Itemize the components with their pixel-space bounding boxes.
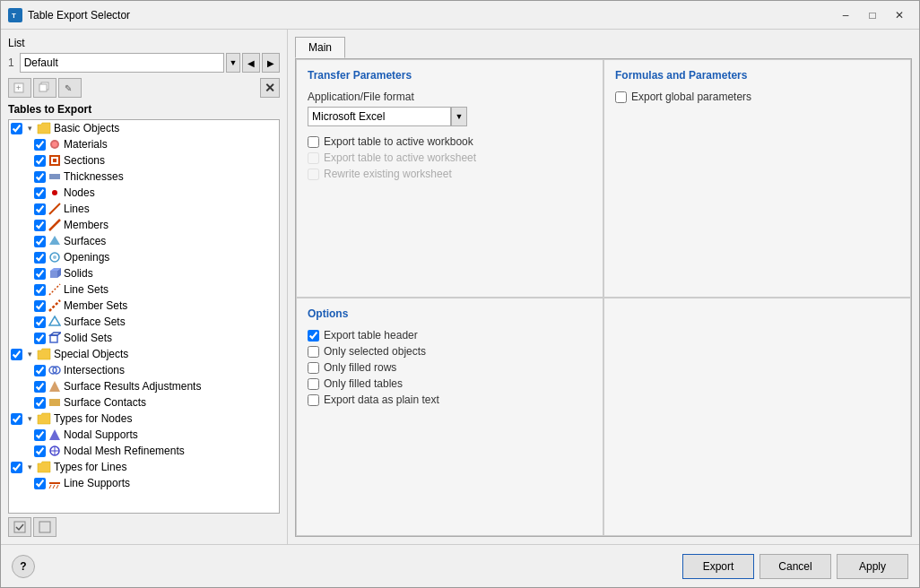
- close-button[interactable]: ✕: [887, 4, 912, 26]
- new-list-button[interactable]: +: [8, 78, 31, 98]
- group-types-for-lines[interactable]: ▾ Types for Lines: [9, 459, 279, 475]
- item-thicknesses-checkbox[interactable]: [34, 171, 46, 183]
- group-types-lines-checkbox[interactable]: [11, 462, 22, 473]
- item-solid-sets[interactable]: Solid Sets: [9, 330, 279, 346]
- export-global-params-label[interactable]: Export global parameters: [631, 91, 751, 103]
- group-special-objects-expand[interactable]: ▾: [24, 349, 35, 359]
- item-nodes-checkbox[interactable]: [34, 187, 46, 199]
- only-selected-label[interactable]: Only selected objects: [324, 345, 426, 358]
- list-next-button[interactable]: ▶: [262, 53, 280, 73]
- tree-container[interactable]: ▾ Basic Objects Materials: [8, 119, 280, 514]
- rewrite-existing-checkbox[interactable]: [308, 169, 319, 180]
- item-sections-checkbox[interactable]: [34, 155, 46, 167]
- item-nodes[interactable]: Nodes: [9, 185, 279, 201]
- group-types-nodes-expand[interactable]: ▾: [24, 413, 35, 424]
- apply-button[interactable]: Apply: [837, 554, 908, 579]
- format-select-arrow[interactable]: ▼: [451, 107, 467, 126]
- title-bar: T Table Export Selector – □ ✕: [1, 1, 919, 30]
- group-basic-objects-checkbox[interactable]: [11, 123, 22, 134]
- footer-right: Export Cancel Apply: [682, 554, 908, 579]
- only-selected-checkbox[interactable]: [308, 346, 319, 358]
- item-lines-label: Lines: [64, 203, 90, 215]
- uncheck-all-button[interactable]: [33, 517, 56, 537]
- export-global-params-checkbox[interactable]: [615, 91, 627, 103]
- item-nodal-supports[interactable]: Nodal Supports: [9, 427, 279, 443]
- item-member-sets[interactable]: Member Sets: [9, 298, 279, 314]
- item-line-sets[interactable]: Line Sets: [9, 281, 279, 298]
- group-basic-objects[interactable]: ▾ Basic Objects: [9, 120, 279, 136]
- group-types-lines-label: Types for Lines: [54, 461, 126, 473]
- item-lines-checkbox[interactable]: [34, 203, 46, 215]
- only-filled-rows-label[interactable]: Only filled rows: [324, 361, 396, 374]
- copy-list-button[interactable]: [33, 78, 56, 98]
- maximize-button[interactable]: □: [860, 4, 885, 26]
- export-workbook-label[interactable]: Export table to active workbook: [324, 135, 473, 148]
- group-types-for-nodes[interactable]: ▾ Types for Nodes: [9, 411, 279, 427]
- item-materials-checkbox[interactable]: [34, 139, 46, 151]
- svg-line-37: [56, 485, 58, 489]
- check-all-button[interactable]: [8, 517, 31, 537]
- item-line-sets-checkbox[interactable]: [34, 284, 46, 296]
- item-members-checkbox[interactable]: [34, 220, 46, 231]
- item-surface-contacts-checkbox[interactable]: [34, 397, 46, 409]
- item-solids-checkbox[interactable]: [34, 268, 46, 280]
- list-dropdown[interactable]: Default: [20, 53, 224, 73]
- item-lines[interactable]: Lines: [9, 201, 279, 217]
- minimize-button[interactable]: –: [833, 4, 858, 26]
- group-special-objects[interactable]: ▾ Special Objects: [9, 346, 279, 362]
- item-nodal-supports-checkbox[interactable]: [34, 429, 46, 441]
- app-icon: T: [8, 8, 22, 22]
- item-surface-results-adjustments[interactable]: Surface Results Adjustments: [9, 378, 279, 394]
- only-filled-tables-checkbox[interactable]: [308, 378, 319, 390]
- item-member-sets-checkbox[interactable]: [34, 300, 46, 312]
- export-header-row: Export table header: [308, 329, 592, 342]
- group-basic-objects-expand[interactable]: ▾: [24, 123, 35, 134]
- item-nodal-mesh-refinements[interactable]: Nodal Mesh Refinements: [9, 443, 279, 459]
- list-prev-button[interactable]: ◀: [242, 53, 260, 73]
- item-surface-contacts[interactable]: Surface Contacts: [9, 394, 279, 411]
- item-materials[interactable]: Materials: [9, 136, 279, 152]
- group-types-nodes-checkbox[interactable]: [11, 413, 22, 425]
- item-openings-checkbox[interactable]: [34, 252, 46, 264]
- export-plain-text-checkbox[interactable]: [308, 394, 319, 406]
- item-intersections-checkbox[interactable]: [34, 365, 46, 376]
- item-line-supports[interactable]: Line Supports: [9, 475, 279, 491]
- cancel-button[interactable]: Cancel: [759, 554, 831, 579]
- item-members[interactable]: Members: [9, 217, 279, 233]
- export-worksheet-checkbox[interactable]: [308, 152, 319, 164]
- item-line-supports-checkbox[interactable]: [34, 478, 46, 489]
- item-thicknesses[interactable]: Thicknesses: [9, 169, 279, 185]
- svg-marker-15: [49, 236, 60, 245]
- item-solids[interactable]: Solids: [9, 265, 279, 281]
- export-button[interactable]: Export: [682, 554, 754, 579]
- item-member-sets-label: Member Sets: [64, 299, 127, 312]
- group-special-objects-checkbox[interactable]: [11, 349, 22, 360]
- only-filled-rows-checkbox[interactable]: [308, 362, 319, 374]
- export-header-label[interactable]: Export table header: [324, 329, 418, 342]
- item-members-label: Members: [64, 219, 108, 231]
- export-workbook-checkbox[interactable]: [308, 136, 319, 148]
- svg-rect-18: [50, 271, 57, 278]
- item-surface-sets-checkbox[interactable]: [34, 316, 46, 328]
- item-surfaces[interactable]: Surfaces: [9, 233, 279, 249]
- svg-rect-24: [50, 335, 57, 342]
- item-nodal-mesh-checkbox[interactable]: [34, 445, 46, 457]
- format-select[interactable]: Microsoft Excel: [308, 107, 451, 126]
- help-button[interactable]: ?: [12, 555, 35, 578]
- list-dropdown-arrow[interactable]: ▼: [226, 53, 240, 73]
- export-header-checkbox[interactable]: [308, 330, 319, 342]
- tab-main[interactable]: Main: [295, 37, 345, 58]
- group-types-lines-expand[interactable]: ▾: [24, 462, 35, 472]
- item-solid-sets-checkbox[interactable]: [34, 333, 46, 344]
- only-filled-tables-label[interactable]: Only filled tables: [324, 377, 403, 390]
- rename-list-button[interactable]: ✎: [58, 78, 82, 98]
- item-intersections[interactable]: Intersections: [9, 362, 279, 378]
- clear-list-button[interactable]: ✕: [260, 78, 280, 98]
- item-surfaces-checkbox[interactable]: [34, 236, 46, 247]
- export-plain-text-label[interactable]: Export data as plain text: [324, 393, 439, 406]
- svg-marker-28: [49, 381, 60, 392]
- item-openings[interactable]: Openings: [9, 249, 279, 265]
- item-sections[interactable]: Sections: [9, 152, 279, 169]
- item-sra-checkbox[interactable]: [34, 381, 46, 393]
- item-surface-sets[interactable]: Surface Sets: [9, 314, 279, 330]
